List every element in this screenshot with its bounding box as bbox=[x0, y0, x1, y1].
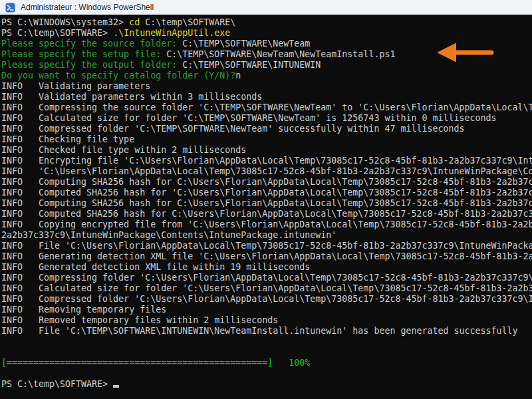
prompt-line: Please specify the source folder: C:\TEM… bbox=[1, 39, 532, 49]
log-line: INFO Copying encrypted file from 'C:\Use… bbox=[1, 219, 532, 230]
prompt-line: Please specify the output folder: C:\TEM… bbox=[1, 60, 532, 70]
text-segment: Please specify the source folder: bbox=[1, 39, 182, 49]
log-line: INFO Validated parameters within 3 milli… bbox=[1, 92, 532, 102]
text-segment: INFO Computing SHA256 hash for C:\Users\… bbox=[1, 177, 532, 187]
prompt-line: Please specify the setup file: C:\TEMP\S… bbox=[1, 49, 532, 60]
text-segment: Please specify the output folder: bbox=[1, 60, 182, 70]
log-line-wrap: 2a2b37c337c9\IntuneWinPackage\Contents\I… bbox=[1, 230, 532, 241]
text-segment: C:\TEMP\SOFTWARE\NewTeam\NewTeamInstall.… bbox=[166, 49, 395, 59]
text-segment: INFO Encrypting file 'C:\Users\Florian\A… bbox=[1, 156, 532, 166]
text-segment: 2a2b37c337c9\IntuneWinPackage\Contents\I… bbox=[1, 230, 336, 240]
text-cursor bbox=[113, 385, 119, 388]
text-segment: Do you want to specify catalog folder (Y… bbox=[1, 70, 235, 80]
text-segment: INFO Removing temporary files bbox=[1, 305, 166, 315]
text-segment: INFO Removed temporary files within 2 mi… bbox=[1, 315, 278, 325]
log-line: INFO Computing SHA256 hash for C:\Users\… bbox=[1, 177, 532, 188]
log-line: INFO File 'C:\TEMP\SOFTWARE\INTUNEWIN\Ne… bbox=[1, 326, 532, 336]
text-segment: INFO Validated parameters within 3 milli… bbox=[1, 92, 262, 102]
text-segment: INFO 'C:\Users\Florian\AppData\Local\Tem… bbox=[1, 166, 532, 176]
log-line: INFO Removing temporary files bbox=[1, 305, 532, 315]
command-line: PS C:\temp\SOFTWARE> .\IntuneWinAppUtil.… bbox=[1, 28, 532, 39]
text-segment: INFO Generating detection XML file 'C:\U… bbox=[1, 251, 532, 261]
terminal-output: PS C:\WINDOWS\system32> cd C:\temp\SOFTW… bbox=[1, 17, 532, 390]
text-segment: PS C:\WINDOWS\system32> bbox=[1, 17, 129, 27]
text-segment: INFO Computed SHA256 hash for 'C:\Users\… bbox=[1, 188, 532, 198]
text-segment: INFO Computing SHA256 hash for C:\Users\… bbox=[1, 198, 532, 208]
log-line: INFO 'C:\Users\Florian\AppData\Local\Tem… bbox=[1, 166, 532, 177]
blank-line bbox=[1, 347, 532, 358]
prompt-line: Do you want to specify catalog folder (Y… bbox=[1, 70, 532, 81]
log-line: INFO File 'C:\Users\Florian\AppData\Loca… bbox=[1, 241, 532, 251]
log-line: INFO Computed SHA256 hash for C:\Users\F… bbox=[1, 209, 532, 219]
text-segment: INFO Compressing folder 'C:\Users\Floria… bbox=[1, 273, 532, 283]
window-title: Administrateur : Windows PowerShell bbox=[21, 3, 154, 12]
log-line: INFO Validating parameters bbox=[1, 81, 532, 92]
log-line: INFO Generated detection XML file within… bbox=[1, 262, 532, 273]
text-segment: INFO Computed SHA256 hash for C:\Users\F… bbox=[1, 209, 532, 219]
text-segment: PS C:\temp\SOFTWARE> bbox=[1, 28, 113, 38]
log-line: INFO Removed temporary files within 2 mi… bbox=[1, 315, 532, 326]
log-line: INFO Computing SHA256 hash for C:\Users\… bbox=[1, 198, 532, 209]
log-line: INFO Calculated size for folder 'C:\User… bbox=[1, 283, 532, 294]
text-segment: C:\TEMP\SOFTWARE\INTUNEWIN bbox=[182, 60, 321, 70]
text-segment: [=======================================… bbox=[1, 358, 310, 368]
log-line: INFO Compressing folder 'C:\Users\Floria… bbox=[1, 273, 532, 283]
text-segment: Please specify the setup file: bbox=[1, 49, 166, 59]
text-segment: PS C:\temp\SOFTWARE> bbox=[1, 379, 113, 389]
text-segment: INFO File 'C:\Users\Florian\AppData\Loca… bbox=[1, 241, 532, 251]
progress-bar-line: [=======================================… bbox=[1, 358, 532, 368]
terminal-screen[interactable]: PS C:\WINDOWS\system32> cd C:\temp\SOFTW… bbox=[0, 15, 532, 399]
text-segment: C:\temp\SOFTWARE\ bbox=[140, 17, 235, 27]
log-line: INFO Encrypting file 'C:\Users\Florian\A… bbox=[1, 156, 532, 166]
prompt-input-line: PS C:\temp\SOFTWARE> bbox=[1, 379, 532, 390]
log-line: INFO Checked file type within 2 millisec… bbox=[1, 145, 532, 156]
log-line: INFO Checking file type bbox=[1, 134, 532, 145]
titlebar[interactable]: Administrateur : Windows PowerShell bbox=[0, 0, 532, 15]
text-segment: cd bbox=[129, 17, 140, 27]
log-line: INFO Generating detection XML file 'C:\U… bbox=[1, 251, 532, 262]
log-line: INFO Compressing the source folder 'C:\T… bbox=[1, 102, 532, 113]
log-line: INFO Calculated size for folder 'C:\TEMP… bbox=[1, 113, 532, 124]
text-segment: INFO Generated detection XML file within… bbox=[1, 262, 310, 272]
log-line: INFO Computed SHA256 hash for 'C:\Users\… bbox=[1, 188, 532, 198]
text-segment: n bbox=[235, 70, 241, 80]
command-line: PS C:\WINDOWS\system32> cd C:\temp\SOFTW… bbox=[1, 17, 532, 28]
powershell-icon[interactable] bbox=[5, 3, 15, 13]
powershell-window: Administrateur : Windows PowerShell PS C… bbox=[0, 0, 532, 399]
text-segment: C:\TEMP\SOFTWARE\NewTeam bbox=[182, 39, 310, 49]
text-segment: INFO Compressing the source folder 'C:\T… bbox=[1, 102, 532, 112]
text-segment: INFO Checked file type within 2 millisec… bbox=[1, 145, 246, 155]
text-segment: INFO Copying encrypted file from 'C:\Use… bbox=[1, 219, 532, 229]
text-segment: INFO Checking file type bbox=[1, 134, 134, 144]
blank-line bbox=[1, 368, 532, 379]
text-segment: INFO Validating parameters bbox=[1, 81, 150, 91]
log-line: INFO Compressed folder 'C:\TEMP\SOFTWARE… bbox=[1, 124, 532, 134]
text-segment: INFO File 'C:\TEMP\SOFTWARE\INTUNEWIN\Ne… bbox=[1, 326, 518, 336]
log-line: INFO Compressed folder 'C:\Users\Florian… bbox=[1, 294, 532, 305]
text-segment: INFO Compressed folder 'C:\TEMP\SOFTWARE… bbox=[1, 124, 464, 134]
text-segment: .\IntuneWinAppUtil.exe bbox=[113, 28, 230, 38]
text-segment: INFO Calculated size for folder 'C:\TEMP… bbox=[1, 113, 497, 123]
blank-line bbox=[1, 336, 532, 347]
text-segment: INFO Calculated size for folder 'C:\User… bbox=[1, 283, 532, 293]
text-segment: INFO Compressed folder 'C:\Users\Florian… bbox=[1, 294, 532, 304]
